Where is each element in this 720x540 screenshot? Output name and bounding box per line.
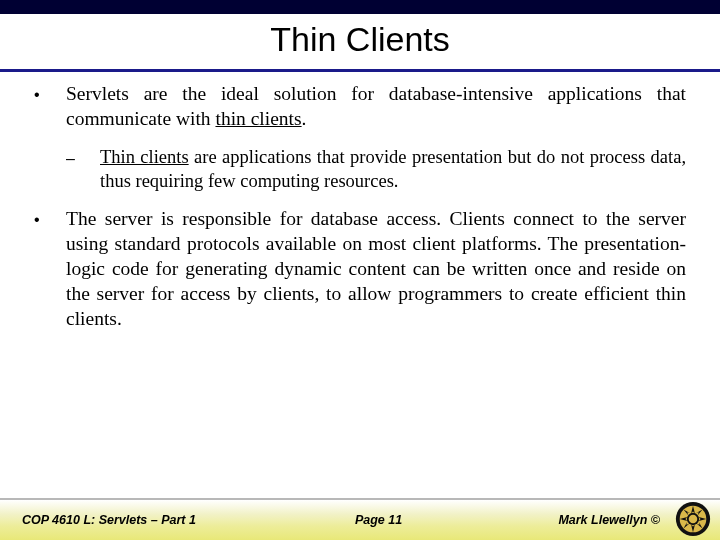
footer-author: Mark Llewellyn © [472,513,704,527]
footer-page: Page 11 [285,513,473,527]
sub-bullet-1: – Thin clients are applications that pro… [66,146,686,193]
bullet-1-suffix: . [302,108,307,129]
bullet-1-prefix: Servlets are the ideal solution for data… [66,83,686,129]
content-body: • Servlets are the ideal solution for da… [0,72,720,498]
slide: Thin Clients • Servlets are the ideal so… [0,0,720,540]
ucf-logo-icon [674,500,712,538]
bullet-1: • Servlets are the ideal solution for da… [34,82,686,132]
bullet-marker: • [34,207,66,332]
slide-title: Thin Clients [0,20,720,59]
bullet-marker: • [34,82,66,132]
footer: COP 4610 L: Servlets – Part 1 Page 11 Ma… [0,498,720,540]
footer-course: COP 4610 L: Servlets – Part 1 [22,513,285,527]
sub-bullet-1-rest: are applications that provide presentati… [100,147,686,191]
svg-point-11 [689,515,698,524]
sub-bullet-1-text: Thin clients are applications that provi… [100,146,686,193]
bullet-2-text: The server is responsible for database a… [66,207,686,332]
bullet-2: • The server is responsible for database… [34,207,686,332]
bullet-1-underlined: thin clients [215,108,301,129]
sub-bullet-1-underlined: Thin clients [100,147,189,167]
sub-bullet-marker: – [66,146,100,193]
bullet-1-text: Servlets are the ideal solution for data… [66,82,686,132]
title-bar: Thin Clients [0,0,720,72]
footer-row: COP 4610 L: Servlets – Part 1 Page 11 Ma… [0,513,720,527]
